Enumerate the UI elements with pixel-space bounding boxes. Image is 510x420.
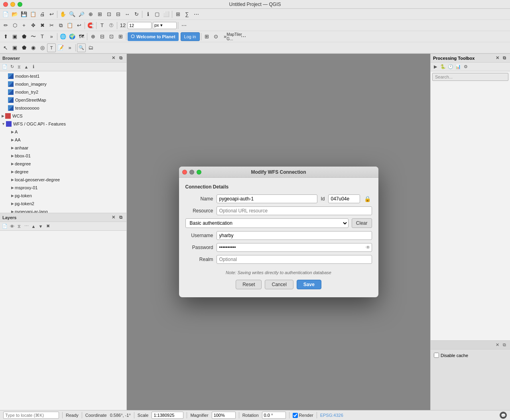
tree-item-AA[interactable]: ▶ AA	[0, 136, 126, 144]
select3-icon[interactable]: ▣	[10, 43, 19, 52]
tree-item-deegree[interactable]: ▶ deegree	[0, 160, 126, 168]
tree-item-modon-test1[interactable]: modon-test1	[0, 72, 126, 80]
processing-python-icon[interactable]: 🐍	[440, 64, 446, 70]
delete-icon[interactable]: ✖	[38, 21, 47, 30]
layers-up-icon[interactable]: ▲	[30, 223, 37, 230]
tree-item-pygeoapi-ar-lang[interactable]: ▶ pygeoapi-ar-lang	[0, 208, 126, 213]
layers-visibility-icon[interactable]: 👁	[9, 223, 15, 230]
maptiler-icon[interactable]: MapTiler G...	[230, 32, 239, 41]
zoom-out-icon[interactable]: 🔎	[77, 10, 86, 19]
maximize-button[interactable]	[18, 2, 22, 7]
tree-item-degree[interactable]: ▶ degree	[0, 168, 126, 176]
text-tool-icon[interactable]: T	[38, 32, 47, 41]
tree-item-A[interactable]: ▶ A	[0, 128, 126, 136]
freehand-icon[interactable]: 〜	[29, 32, 37, 41]
pan-icon[interactable]: ✋	[59, 10, 67, 19]
tree-item-msproxy[interactable]: ▶ msproxy-01	[0, 184, 126, 192]
layers-add-icon[interactable]: 📄	[2, 223, 8, 230]
table2-icon[interactable]: ⊞	[203, 32, 211, 41]
clear-button[interactable]: Clear	[352, 218, 372, 228]
processing-run-icon[interactable]: ▶	[432, 64, 439, 70]
globe-icon[interactable]: 🌐	[59, 32, 67, 41]
font-size-icon[interactable]: 12	[118, 21, 127, 30]
digitize-icon[interactable]: ✏	[1, 21, 10, 30]
magnifier-input[interactable]	[212, 412, 236, 419]
add-feature-icon[interactable]: +	[20, 21, 28, 30]
layers-down-icon[interactable]: ▼	[37, 223, 44, 230]
browser-filter-icon[interactable]: ⧖	[16, 64, 22, 70]
welcome-planet-banner[interactable]: ⬡ Welcome to Planet	[128, 32, 179, 41]
quick-print-icon[interactable]: 🗂	[86, 43, 95, 52]
globe2-icon[interactable]: 🌍	[68, 32, 77, 41]
new-project-icon[interactable]: 📄	[1, 10, 10, 19]
processing-close-icon[interactable]: ✕	[494, 55, 500, 61]
layers-close-icon[interactable]: ✕	[110, 214, 116, 221]
tree-item-wcs[interactable]: ▶ WCS	[0, 112, 126, 120]
message-icon[interactable]: 💬	[500, 412, 507, 419]
scale-input[interactable]	[152, 412, 183, 419]
label2-icon[interactable]: Ⓣ	[107, 21, 116, 30]
globe3-icon[interactable]: 🗺	[77, 32, 86, 41]
close-button[interactable]	[3, 2, 8, 7]
dialog-close-btn[interactable]	[182, 170, 187, 175]
zoom-in-icon[interactable]: 🔍	[68, 10, 77, 19]
text2-icon[interactable]: T	[47, 43, 56, 52]
tree-item-wfs[interactable]: ▼ WFS / OGC API - Features	[0, 120, 126, 128]
zoom3-icon[interactable]: ⊡	[107, 32, 116, 41]
deselect-icon[interactable]: ⬜	[162, 10, 171, 19]
unit-select[interactable]: px ▾	[153, 22, 177, 29]
render-checkbox[interactable]	[293, 413, 298, 418]
undo-icon[interactable]: ↩	[47, 10, 56, 19]
save-button[interactable]: Save	[297, 280, 321, 289]
polygon-icon[interactable]: ⬟	[20, 32, 28, 41]
pointer-icon[interactable]: ⬆	[1, 32, 10, 41]
tree-item-pg-token2[interactable]: ▶ pg-token2	[0, 200, 126, 208]
tree-item-local-geoserver[interactable]: ▶ local-geoserver-degree	[0, 176, 126, 184]
snapping-icon[interactable]: 🧲	[86, 21, 95, 30]
browser-detach-icon[interactable]: ⧉	[118, 55, 124, 61]
more3-icon[interactable]: »	[47, 32, 56, 41]
layers-more-icon[interactable]: ⋯	[23, 223, 30, 230]
more5-icon[interactable]: ⋯	[239, 32, 248, 41]
auth-type-select[interactable]: No authentication Basic authentication P…	[185, 218, 349, 228]
zoom-in2-icon[interactable]: ⊕	[89, 32, 97, 41]
realm-input[interactable]	[217, 255, 372, 264]
rotation-input[interactable]	[262, 412, 286, 419]
cancel-button[interactable]: Cancel	[265, 280, 293, 289]
radius-icon[interactable]: ◎	[38, 43, 47, 52]
pan-map-icon[interactable]: ↔	[123, 10, 132, 19]
tree-item-openstreetmap[interactable]: OpenStreetMap	[0, 96, 126, 104]
cursor-icon[interactable]: ↖	[1, 43, 10, 52]
cut-icon[interactable]: ✂	[47, 21, 56, 30]
browser-close-icon[interactable]: ✕	[110, 55, 116, 61]
tree-item-bbox-01[interactable]: ▶ bbox-01	[0, 152, 126, 160]
locate-input[interactable]	[3, 412, 59, 419]
more2-icon[interactable]: ⋯	[179, 21, 188, 30]
id-input[interactable]	[328, 194, 360, 203]
zoom4-icon[interactable]: ⊞	[116, 32, 125, 41]
more1-icon[interactable]: ⋯	[192, 10, 201, 19]
username-input[interactable]	[217, 231, 372, 240]
move-icon[interactable]: ✥	[29, 21, 37, 30]
polygon2-icon[interactable]: ⬟	[20, 43, 28, 52]
paste-icon[interactable]: 📋	[65, 21, 74, 30]
browser-refresh-icon[interactable]: ↻	[9, 64, 15, 70]
locate-icon[interactable]: 🔍	[77, 43, 86, 52]
zoom-native-icon[interactable]: ⊟	[114, 10, 122, 19]
zoom-out2-icon[interactable]: ⊟	[98, 32, 106, 41]
log-in-button[interactable]: Log in	[181, 32, 200, 41]
show-password-icon[interactable]: 👁	[366, 245, 370, 250]
minimize-button[interactable]	[10, 2, 15, 7]
browser-collapse-icon[interactable]: ▲	[23, 64, 30, 70]
select2-icon[interactable]: ▣	[10, 32, 19, 41]
tree-item-modon-imagery[interactable]: modon_imagery	[0, 80, 126, 88]
copy-icon[interactable]: ⧉	[56, 21, 65, 30]
identify-icon[interactable]: ℹ	[144, 10, 152, 19]
save-project-icon[interactable]: 💾	[20, 10, 28, 19]
layers-detach-icon[interactable]: ⧉	[118, 214, 124, 221]
layers-remove-icon[interactable]: ✖	[45, 223, 51, 230]
dialog-max-btn[interactable]	[197, 170, 201, 175]
node-icon[interactable]: ⬡	[10, 21, 19, 30]
layers-filter-icon[interactable]: ⧖	[16, 223, 22, 230]
processing-settings-icon[interactable]: ⚙	[463, 64, 469, 70]
